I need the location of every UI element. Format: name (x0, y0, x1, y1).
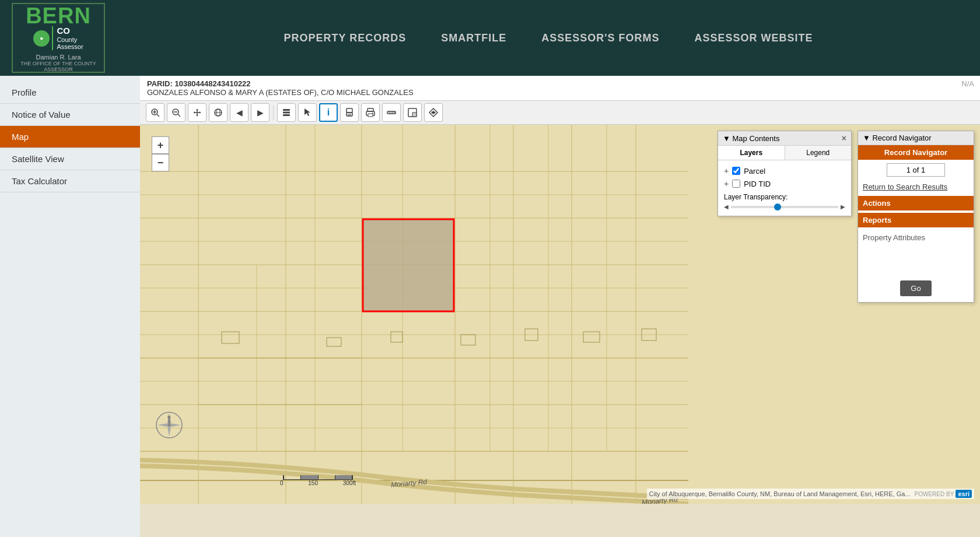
panel-body: + Parcel + PID TID Layer Transparency: ◀ (718, 160, 851, 216)
toolbar: ◀ ▶ i (140, 101, 980, 125)
actions-bar[interactable]: Actions (858, 196, 974, 210)
map-canvas[interactable]: Moriarty Rd Moriarty Rd + − (140, 125, 980, 504)
logo-county: County (57, 36, 83, 43)
powered-by-label: POWERED BY (915, 491, 954, 497)
record-navigator-header: ▼ Record Navigator (858, 131, 974, 145)
logo-co: CO (57, 26, 83, 36)
svg-rect-12 (283, 114, 290, 116)
transparency-slider[interactable] (731, 206, 838, 208)
svg-rect-11 (283, 112, 290, 114)
parcel-layer-label: Parcel (744, 167, 765, 176)
map-contents-panel-header: ▼ Map Contents × (718, 131, 851, 146)
svg-marker-72 (167, 427, 171, 437)
logo-circle: ● (33, 30, 50, 47)
sidebar-item-tax-calculator[interactable]: Tax Calculator (0, 170, 140, 192)
zoom-out-map-btn[interactable]: − (152, 154, 169, 171)
sidebar: Profile Notice of Value Map Satellite Vi… (0, 76, 140, 537)
sidebar-item-profile[interactable]: Profile (0, 82, 140, 104)
svg-rect-14 (346, 108, 352, 113)
zoom-out-toolbar-btn[interactable] (167, 103, 186, 122)
select-toolbar-btn[interactable] (298, 103, 317, 122)
go-button[interactable]: Go (900, 280, 931, 296)
slider-left-arrow[interactable]: ◀ (724, 203, 729, 210)
parid-label: PARID: (147, 79, 173, 88)
slider-thumb (774, 203, 781, 210)
attribution-text: City of Albuquerque, Bernalillo County, … (649, 490, 911, 497)
map-header: PARID: 103804448243410222 GONZALES ALFON… (140, 76, 980, 101)
sidebar-item-notice-of-value[interactable]: Notice of Value (0, 104, 140, 126)
svg-marker-74 (158, 423, 167, 427)
logo-bern: BERN (26, 3, 91, 29)
record-value-input[interactable] (887, 163, 945, 177)
owner-line: GONZALES ALFONSO & MARY A (ESTATES OF), … (147, 88, 973, 97)
scale-150: 150 (308, 480, 318, 486)
svg-rect-31 (140, 125, 980, 504)
svg-line-5 (178, 114, 180, 117)
svg-marker-13 (304, 108, 310, 116)
svg-rect-10 (283, 109, 290, 111)
print-setup-toolbar-btn[interactable] (340, 103, 359, 122)
record-nav-bar: Record Navigator (858, 145, 974, 160)
print-toolbar-btn[interactable] (361, 103, 380, 122)
parid-line: PARID: 103804448243410222 (147, 79, 973, 88)
globe-toolbar-btn[interactable] (209, 103, 228, 122)
svg-line-1 (157, 114, 159, 117)
svg-marker-30 (431, 111, 436, 114)
esri-logo: esri (956, 490, 972, 498)
parid-value: 103804448243410222 (174, 79, 250, 88)
identify-toolbar-btn[interactable]: i (319, 103, 338, 122)
map-contents-title: ▼ Map Contents (723, 134, 779, 143)
main-nav: PROPERTY RECORDS SMARTFILE ASSESSOR'S FO… (128, 32, 968, 44)
header: BERN ● CO County Assessor Damian R. Lara… (0, 0, 980, 76)
parcel-checkbox[interactable] (732, 167, 740, 175)
na-badge: N/A (961, 79, 974, 88)
pid-tid-expand-btn[interactable]: + (724, 179, 729, 188)
return-to-search-results-link[interactable]: Return to Search Results (858, 180, 974, 194)
forward-toolbar-btn[interactable]: ▶ (251, 103, 270, 122)
layers-tab[interactable]: Layers (718, 146, 785, 160)
scale-bar: 0 150 300ft (280, 475, 356, 486)
pid-tid-checkbox[interactable] (732, 180, 740, 188)
map-contents-panel: ▼ Map Contents × Layers Legend + Parcel … (718, 131, 852, 216)
record-input-row (858, 160, 974, 180)
pan-toolbar-btn[interactable] (188, 103, 206, 122)
svg-marker-73 (171, 423, 181, 427)
logo-assessor: Assessor (57, 43, 83, 50)
pid-tid-layer-label: PID TID (744, 180, 771, 188)
nav-property-records[interactable]: PROPERTY RECORDS (284, 32, 406, 44)
svg-text:N: N (167, 415, 171, 420)
record-navigator-header-label: ▼ Record Navigator (863, 134, 932, 142)
parcel-layer-item: + Parcel (724, 166, 845, 176)
parcel-expand-btn[interactable]: + (724, 166, 729, 176)
compass: N (155, 410, 184, 440)
zoom-in-map-btn[interactable]: + (152, 136, 169, 154)
sidebar-item-satellite-view[interactable]: Satellite View (0, 148, 140, 170)
nav-assessors-forms[interactable]: ASSESSOR'S FORMS (541, 32, 659, 44)
panel-tabs: Layers Legend (718, 146, 851, 160)
map-background-svg (140, 125, 980, 504)
legend-tab[interactable]: Legend (785, 146, 852, 160)
back-toolbar-btn[interactable]: ◀ (230, 103, 249, 122)
swipe-toolbar-btn[interactable] (424, 103, 443, 122)
scale-0: 0 (280, 480, 284, 486)
scale-300ft: 300ft (343, 480, 356, 486)
map-attribution: City of Albuquerque, Bernalillo County, … (647, 489, 974, 499)
svg-rect-20 (368, 114, 373, 117)
main-content: Profile Notice of Value Map Satellite Vi… (0, 76, 980, 537)
measure-toolbar-btn[interactable] (382, 103, 401, 122)
nav-assessor-website[interactable]: ASSESSOR WEBSITE (694, 32, 813, 44)
map-contents-close-btn[interactable]: × (842, 134, 846, 143)
sidebar-item-map[interactable]: Map (0, 126, 140, 148)
nav-smartfile[interactable]: SMARTFILE (441, 32, 506, 44)
layers-toolbar-btn[interactable] (277, 103, 296, 122)
logo-name: Damian R. Lara (13, 54, 104, 61)
svg-rect-68 (363, 219, 454, 311)
overview-toolbar-btn[interactable] (403, 103, 422, 122)
slider-right-arrow[interactable]: ▶ (841, 203, 845, 210)
toolbar-sep-1 (273, 106, 274, 120)
zoom-in-toolbar-btn[interactable] (146, 103, 164, 122)
map-area: PARID: 103804448243410222 GONZALES ALFON… (140, 76, 980, 537)
property-attributes-label: Property Attributes (858, 230, 974, 245)
transparency-slider-row: ◀ ▶ (724, 203, 845, 210)
reports-bar[interactable]: Reports (858, 213, 974, 227)
